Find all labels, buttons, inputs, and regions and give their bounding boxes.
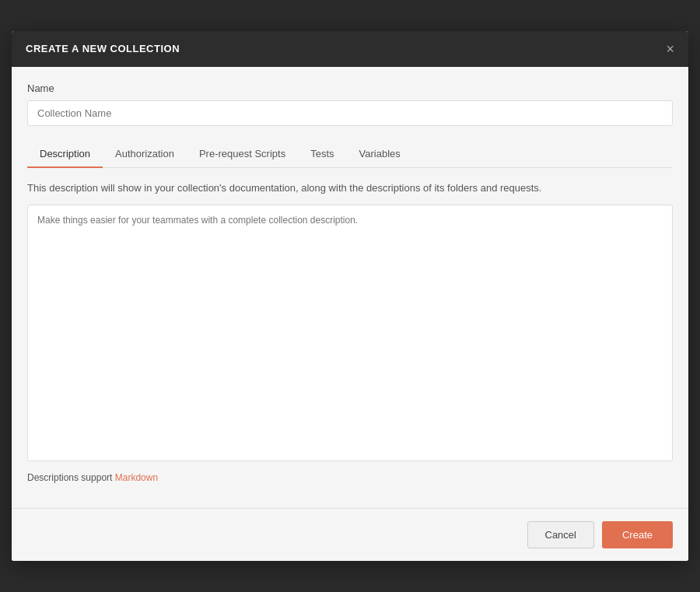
markdown-note-prefix: Descriptions support: [27, 472, 115, 483]
markdown-link[interactable]: Markdown: [115, 472, 158, 483]
modal-footer: Cancel Create: [12, 508, 688, 561]
close-button[interactable]: ×: [666, 42, 674, 56]
description-info-text: This description will show in your colle…: [27, 180, 673, 196]
tab-tests[interactable]: Tests: [298, 140, 346, 167]
modal-overlay: CREATE A NEW COLLECTION × Name Descripti…: [0, 0, 700, 592]
tab-description[interactable]: Description: [27, 140, 103, 167]
modal-header: CREATE A NEW COLLECTION ×: [12, 31, 688, 67]
cancel-button[interactable]: Cancel: [527, 521, 594, 548]
tab-pre-request-scripts[interactable]: Pre-request Scripts: [187, 140, 298, 167]
tabs-bar: Description Authorization Pre-request Sc…: [27, 140, 673, 168]
modal-title: CREATE A NEW COLLECTION: [26, 43, 180, 54]
modal-body: Name Description Authorization Pre-reque…: [12, 67, 688, 509]
collection-name-input[interactable]: [27, 100, 673, 126]
create-button[interactable]: Create: [602, 521, 673, 548]
markdown-note: Descriptions support Markdown: [27, 472, 673, 496]
tab-authorization[interactable]: Authorization: [103, 140, 187, 167]
description-textarea[interactable]: [27, 205, 673, 461]
tab-variables[interactable]: Variables: [347, 140, 413, 167]
tab-content-description: This description will show in your colle…: [27, 168, 673, 509]
name-label: Name: [27, 82, 673, 94]
modal-dialog: CREATE A NEW COLLECTION × Name Descripti…: [12, 31, 688, 562]
